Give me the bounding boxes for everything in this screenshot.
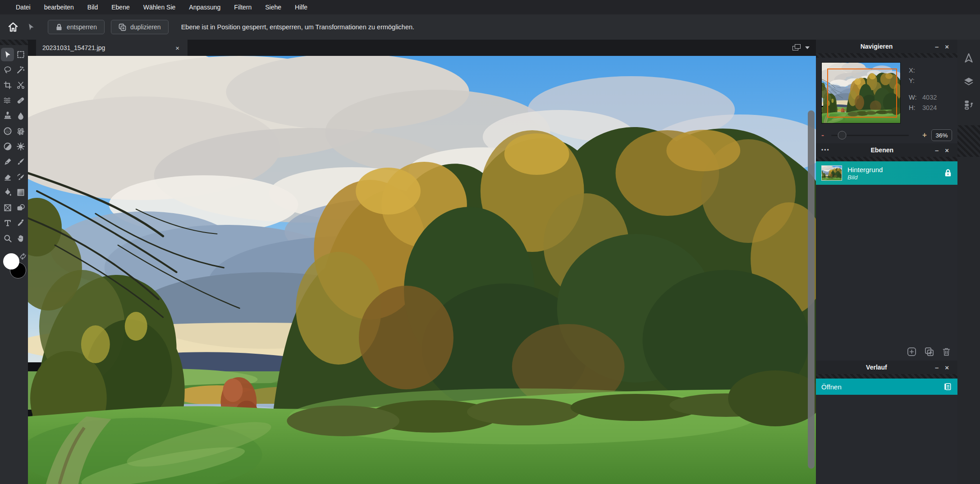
zoom-slider[interactable] — [831, 135, 909, 136]
tab-bar: 20231031_154721.jpg × — [28, 40, 816, 56]
menu-bar: Datei bearbeiten Bild Ebene Wählen Sie A… — [0, 0, 980, 14]
vertical-scrollbar[interactable] — [808, 110, 815, 469]
tab-close-button[interactable]: × — [174, 44, 181, 52]
tool-magic-wand[interactable] — [14, 63, 27, 77]
zoom-value-field[interactable]: 36% — [931, 129, 952, 141]
layer-row-hintergrund[interactable]: Hintergrund Bild — [816, 161, 957, 185]
eraser-icon — [3, 173, 12, 182]
move-icon — [3, 50, 12, 59]
layers-menu-button[interactable]: ••• — [821, 147, 830, 153]
tool-type[interactable] — [1, 216, 14, 230]
menu-hilfe[interactable]: Hilfe — [288, 0, 314, 14]
layers-actions — [816, 342, 957, 361]
zoom-out-button[interactable]: - — [821, 131, 829, 140]
tool-brush[interactable] — [14, 155, 27, 169]
strip-history-button[interactable] — [963, 99, 975, 113]
unlock-label: entsperren — [67, 23, 97, 31]
layers-header[interactable]: ••• Ebenen – × — [816, 143, 957, 157]
hand-icon — [16, 234, 25, 243]
home-button[interactable] — [5, 19, 21, 35]
tool-marquee[interactable] — [14, 48, 27, 61]
history-minimize-button[interactable]: – — [932, 364, 942, 371]
tool-bar — [0, 40, 28, 484]
tool-gradient[interactable] — [14, 186, 27, 199]
new-layer-icon[interactable] — [907, 347, 917, 357]
delete-layer-icon[interactable] — [942, 347, 951, 357]
layer-lock-icon[interactable] — [944, 169, 952, 178]
tool-sharpen[interactable] — [14, 140, 27, 153]
tool-mixer-brush[interactable] — [14, 170, 27, 184]
history-title: Verlauf — [821, 364, 932, 371]
duplicate-button[interactable]: duplizieren — [111, 20, 169, 34]
eyedropper-icon — [16, 219, 25, 228]
canvas[interactable] — [28, 56, 816, 484]
menu-siehe[interactable]: Siehe — [258, 0, 288, 14]
navigator-header[interactable]: Navigieren – × — [816, 40, 957, 53]
tool-healing-brush[interactable] — [14, 94, 27, 107]
strip-navigator-button[interactable] — [963, 52, 975, 66]
photo-landscape — [28, 56, 816, 484]
navigator-close-button[interactable]: × — [942, 43, 952, 50]
tool-eyedropper[interactable] — [14, 216, 27, 230]
tool-shape[interactable] — [14, 201, 27, 215]
unlock-button[interactable]: entsperren — [48, 20, 105, 34]
tool-blur[interactable] — [14, 109, 27, 123]
navigator-minimize-button[interactable]: – — [932, 43, 942, 50]
tool-mesh[interactable] — [1, 124, 14, 138]
dotted-sphere-icon — [3, 127, 12, 136]
layers-minimize-button[interactable]: – — [932, 146, 942, 154]
tool-clone-stamp[interactable] — [1, 109, 14, 123]
menu-ebene[interactable]: Ebene — [105, 0, 136, 14]
history-entry-open[interactable]: Öffnen — [816, 379, 957, 395]
navigator-arrow-icon — [963, 52, 975, 64]
strip-layers-button[interactable] — [963, 76, 975, 89]
tool-paint-bucket[interactable] — [1, 186, 14, 199]
layers-stack-icon — [963, 76, 975, 87]
tool-eraser[interactable] — [1, 170, 14, 184]
chevron-down-icon[interactable] — [805, 46, 810, 49]
brush-icon — [16, 157, 25, 166]
collapsed-panel-strip — [957, 40, 980, 484]
pointer-tool-indicator[interactable] — [23, 19, 39, 35]
document-tab[interactable]: 20231031_154721.jpg × — [36, 40, 188, 56]
layers-close-button[interactable]: × — [942, 146, 952, 154]
width-value: 4032 — [922, 94, 937, 101]
tool-crop[interactable] — [1, 78, 14, 92]
history-header[interactable]: Verlauf – × — [816, 361, 957, 374]
document-area: 20231031_154721.jpg × — [28, 40, 816, 484]
tool-lasso[interactable] — [1, 63, 14, 77]
tool-frame[interactable] — [1, 201, 14, 215]
tool-zoom[interactable] — [1, 232, 14, 245]
zoom-controls: - + 36% — [816, 127, 957, 143]
layer-name: Hintergrund — [847, 166, 944, 174]
zoom-slider-handle[interactable] — [838, 131, 847, 140]
history-close-button[interactable]: × — [942, 364, 952, 371]
layer-thumbnail[interactable] — [821, 165, 842, 181]
menu-waehlen-sie[interactable]: Wählen Sie — [137, 0, 183, 14]
navigator-thumbnail[interactable] — [821, 62, 901, 123]
zoom-in-button[interactable]: + — [922, 131, 927, 140]
menu-filtern[interactable]: Filtern — [227, 0, 258, 14]
foreground-color-swatch[interactable] — [3, 253, 19, 269]
menu-datei[interactable]: Datei — [9, 0, 37, 14]
menu-anpassung[interactable]: Anpassung — [182, 0, 227, 14]
tool-hand[interactable] — [14, 232, 27, 245]
swap-colors-icon[interactable] — [19, 252, 27, 260]
menu-bild[interactable]: Bild — [81, 0, 105, 14]
tool-pattern[interactable] — [14, 124, 27, 138]
curved-brush-icon — [16, 173, 25, 182]
dock-hatch — [816, 157, 957, 161]
tool-move[interactable] — [1, 48, 14, 61]
navigator-viewport-rect[interactable] — [827, 68, 897, 118]
options-bar: entsperren duplizieren Ebene ist in Posi… — [0, 14, 980, 40]
duplicate-layer-icon[interactable] — [924, 347, 934, 357]
arrange-windows-icon[interactable] — [792, 44, 801, 51]
droplet-icon — [16, 111, 25, 120]
tool-slice[interactable] — [14, 78, 27, 92]
menu-bearbeiten[interactable]: bearbeiten — [37, 0, 81, 14]
tool-pen[interactable] — [1, 155, 14, 169]
lasso-icon — [3, 65, 12, 74]
tool-liquify[interactable] — [1, 94, 14, 107]
tool-dodge-burn[interactable] — [1, 140, 14, 153]
height-value: 3024 — [922, 104, 937, 111]
